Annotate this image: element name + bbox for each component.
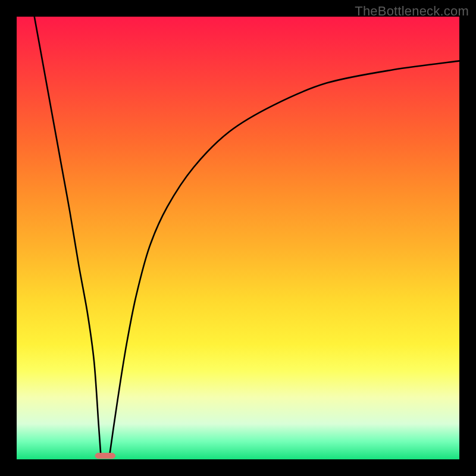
curve-layer — [17, 17, 459, 459]
chart-frame: TheBottleneck.com — [0, 0, 476, 476]
curve-right-branch — [109, 61, 459, 455]
watermark-text: TheBottleneck.com — [355, 4, 469, 19]
minimum-marker — [95, 453, 115, 459]
curve-left-branch — [35, 17, 101, 455]
plot-area — [17, 17, 459, 459]
